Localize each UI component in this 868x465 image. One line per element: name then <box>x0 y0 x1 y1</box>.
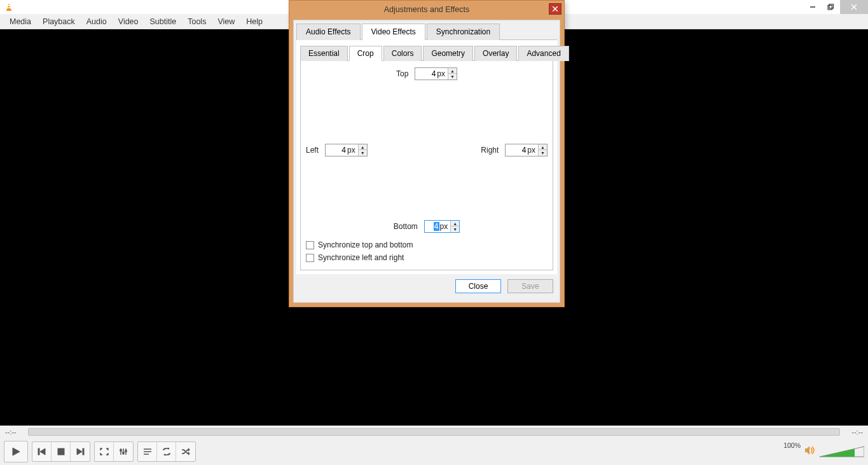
svg-rect-10 <box>38 448 39 455</box>
video-effects-subtab-strip: Essential Crop Colors Geometry Overlay A… <box>300 45 553 60</box>
subtab-overlay[interactable]: Overlay <box>474 46 517 61</box>
subtab-colors[interactable]: Colors <box>383 46 422 61</box>
sync-left-right-label: Synchronize left and right <box>318 253 404 262</box>
playlist-button[interactable] <box>138 442 157 461</box>
crop-right-label: Right <box>481 146 499 155</box>
stop-button[interactable] <box>52 442 71 461</box>
tab-synchronization[interactable]: Synchronization <box>427 24 500 40</box>
crop-bottom-suffix: px <box>439 222 451 231</box>
remaining-time: --:-- <box>844 428 863 436</box>
menu-view[interactable]: View <box>212 15 240 28</box>
crop-top-up[interactable]: ▲ <box>448 68 457 74</box>
menu-subtitle[interactable]: Subtitle <box>144 15 183 28</box>
crop-left-input[interactable] <box>326 144 347 156</box>
crop-bottom-label: Bottom <box>394 222 418 231</box>
crop-left-suffix: px <box>347 146 358 155</box>
svg-rect-3 <box>8 8 11 9</box>
main-tab-strip: Audio Effects Video Effects Synchronizat… <box>296 23 557 40</box>
svg-marker-24 <box>805 446 809 455</box>
tab-video-effects[interactable]: Video Effects <box>362 24 425 40</box>
dialog-title-text: Adjustments and Effects <box>384 5 470 14</box>
subtab-essential[interactable]: Essential <box>300 46 348 61</box>
crop-bottom-up[interactable]: ▲ <box>451 221 459 226</box>
minimize-button[interactable] <box>803 1 822 13</box>
crop-top-down[interactable]: ▼ <box>448 74 457 80</box>
sync-top-bottom-checkbox[interactable] <box>306 241 314 249</box>
crop-right-down[interactable]: ▼ <box>539 150 547 156</box>
sync-top-bottom-label: Synchronize top and bottom <box>318 240 413 249</box>
svg-marker-13 <box>77 448 82 455</box>
menu-playback[interactable]: Playback <box>37 15 81 28</box>
crop-left-down[interactable]: ▼ <box>359 150 367 156</box>
menu-help[interactable]: Help <box>240 15 268 28</box>
svg-rect-2 <box>8 5 10 6</box>
svg-rect-19 <box>123 452 124 454</box>
tab-audio-effects[interactable]: Audio Effects <box>296 24 361 40</box>
dialog-close-button[interactable] <box>549 3 561 15</box>
dialog-save-button[interactable]: Save <box>507 279 553 293</box>
crop-bottom-down[interactable]: ▼ <box>451 226 459 232</box>
crop-bottom-spinner[interactable]: 4 px ▲▼ <box>424 220 460 233</box>
volume-slider[interactable] <box>820 445 864 458</box>
svg-rect-18 <box>120 450 121 451</box>
subtab-crop[interactable]: Crop <box>349 46 382 61</box>
svg-rect-20 <box>125 450 127 452</box>
elapsed-time: --:-- <box>5 428 24 436</box>
svg-marker-0 <box>7 3 11 10</box>
speaker-icon[interactable] <box>804 445 816 458</box>
dialog-close-action-button[interactable]: Close <box>455 279 501 293</box>
shuffle-button[interactable] <box>176 442 195 461</box>
volume-percent: 100% <box>783 441 801 449</box>
crop-right-suffix: px <box>527 146 538 155</box>
sync-left-right-checkbox[interactable] <box>306 254 314 262</box>
svg-marker-11 <box>40 448 45 455</box>
svg-rect-6 <box>829 4 834 8</box>
close-button[interactable] <box>840 0 868 14</box>
loop-button[interactable] <box>157 442 176 461</box>
dialog-title-bar[interactable]: Adjustments and Effects <box>289 1 564 18</box>
svg-rect-14 <box>83 448 84 455</box>
bottom-controls: --:-- --:-- 100% <box>0 426 868 465</box>
play-button[interactable] <box>4 441 27 462</box>
crop-right-spinner[interactable]: px ▲▼ <box>505 144 548 156</box>
crop-right-input[interactable] <box>506 144 527 156</box>
extended-settings-button[interactable] <box>114 442 133 461</box>
crop-top-label: Top <box>396 69 408 78</box>
adjustments-effects-dialog: Adjustments and Effects Audio Effects Vi… <box>289 0 565 307</box>
subtab-advanced[interactable]: Advanced <box>518 46 568 61</box>
menu-media[interactable]: Media <box>4 15 37 28</box>
crop-top-spinner[interactable]: px ▲▼ <box>415 67 457 80</box>
crop-top-suffix: px <box>437 69 448 78</box>
svg-rect-1 <box>6 10 11 11</box>
svg-rect-12 <box>58 448 64 455</box>
subtab-geometry[interactable]: Geometry <box>423 46 473 61</box>
crop-left-spinner[interactable]: px ▲▼ <box>325 144 368 156</box>
svg-rect-5 <box>828 5 832 10</box>
menu-tools[interactable]: Tools <box>182 15 212 28</box>
maximize-button[interactable] <box>822 1 840 13</box>
svg-marker-9 <box>13 448 20 455</box>
previous-button[interactable] <box>32 442 52 461</box>
crop-left-label: Left <box>306 146 319 155</box>
seek-slider[interactable] <box>28 428 840 436</box>
menu-video[interactable]: Video <box>113 15 144 28</box>
crop-left-up[interactable]: ▲ <box>359 144 367 150</box>
seek-row: --:-- --:-- <box>0 426 868 438</box>
fullscreen-button[interactable] <box>95 442 114 461</box>
crop-right-up[interactable]: ▲ <box>539 144 547 150</box>
crop-bottom-input[interactable]: 4 <box>425 222 439 231</box>
vlc-icon <box>3 3 15 11</box>
next-button[interactable] <box>71 442 90 461</box>
menu-audio[interactable]: Audio <box>81 15 113 28</box>
crop-panel: Top px ▲▼ Left px ▲▼ <box>300 60 553 270</box>
crop-top-input[interactable] <box>415 68 437 80</box>
